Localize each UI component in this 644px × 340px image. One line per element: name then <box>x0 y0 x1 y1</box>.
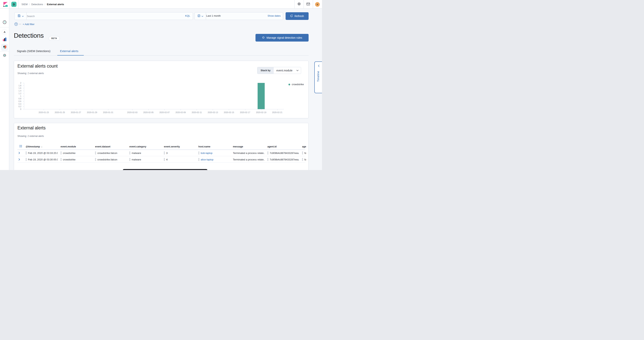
date-quick-menu-button[interactable] <box>195 12 206 20</box>
y-axis-tick-label: 1.4 <box>14 90 21 92</box>
drag-handle[interactable] <box>130 152 130 154</box>
drag-handle[interactable] <box>26 158 27 161</box>
breadcrumb-separator: / <box>29 3 30 6</box>
help-button[interactable] <box>294 0 304 9</box>
x-axis-tick-label: 2020-02-19 <box>256 111 266 114</box>
divider <box>9 0 10 9</box>
breadcrumb-detections[interactable]: Detections <box>31 3 43 6</box>
app-sidebar: A <box>0 9 9 170</box>
add-filter-button[interactable]: + Add filter <box>22 23 34 26</box>
x-axis-tick-label: 2020-01-27 <box>71 111 81 114</box>
refresh-icon <box>290 14 293 18</box>
column-header-age[interactable]: age <box>302 145 306 148</box>
drag-handle[interactable] <box>26 152 27 154</box>
saved-query-menu-button[interactable] <box>14 12 26 20</box>
kibana-logo-icon[interactable] <box>3 1 8 7</box>
drag-handle[interactable] <box>302 158 303 161</box>
drag-handle[interactable] <box>130 158 130 161</box>
chevron-down-icon <box>22 14 24 18</box>
host-name-link[interactable]: alice-laptop <box>201 158 214 161</box>
x-axis-tick-label: 2020-02-09 <box>176 111 186 114</box>
y-axis-tick-label: 0.6 <box>14 100 21 102</box>
drag-handle[interactable] <box>302 152 303 154</box>
x-axis-tick-label: 2020-02-13 <box>208 111 218 114</box>
y-axis-tick-label: 1 <box>14 95 21 97</box>
chevron-down-icon[interactable] <box>296 67 301 74</box>
drag-handle[interactable] <box>164 158 165 161</box>
sidebar-item-recently-viewed[interactable] <box>0 19 9 26</box>
time-range-value[interactable]: Last 1 month <box>206 14 220 17</box>
timeline-tab-label: Timeline <box>316 71 320 82</box>
kql-syntax-button[interactable]: KQL <box>185 14 190 17</box>
user-menu-button[interactable]: e <box>313 0 322 9</box>
gear-icon <box>262 36 265 40</box>
stack-by-select[interactable]: event.module <box>274 67 296 74</box>
page-title: Detections <box>14 32 44 39</box>
refresh-button[interactable]: Refresh <box>286 12 308 20</box>
cell-value: crowdstrike <box>63 158 76 161</box>
newsfeed-button[interactable] <box>304 0 313 9</box>
column-header-event.category[interactable]: event.category <box>130 145 161 148</box>
drag-handle[interactable] <box>164 152 165 154</box>
filter-options-button[interactable] <box>14 22 18 26</box>
column-header-message[interactable]: message <box>233 145 265 148</box>
drag-handle[interactable] <box>268 152 268 154</box>
sidebar-item-apm[interactable]: A <box>0 28 9 36</box>
timeline-flyout-tab[interactable]: Timeline <box>314 61 322 93</box>
count-panel-showing: Showing: 2 external alerts <box>18 72 44 75</box>
count-panel-title: External alerts count <box>18 64 58 69</box>
show-dates-button[interactable]: Show dates <box>268 14 280 17</box>
y-axis-tick <box>23 96 24 96</box>
expand-row-button[interactable] <box>18 158 21 161</box>
manage-rules-button[interactable]: Manage signal detection rules <box>256 34 308 41</box>
expand-row-button[interactable] <box>18 151 21 155</box>
column-header-@timestamp[interactable]: @timestamp↓ <box>26 145 58 148</box>
cell-value: fa <box>304 152 306 155</box>
chart-bar-crowdstrike[interactable] <box>258 83 265 109</box>
sidebar-item-visualize[interactable] <box>0 36 9 43</box>
column-header-event.module[interactable]: event.module <box>60 145 92 148</box>
drag-handle[interactable] <box>198 152 199 154</box>
x-axis-tick <box>180 109 181 110</box>
tab-external-alerts[interactable]: External alerts <box>60 49 78 53</box>
cell-value: malware <box>132 152 141 155</box>
drag-handle[interactable] <box>198 158 199 161</box>
sidebar-item-siem[interactable] <box>0 43 9 51</box>
legend-item-crowdstrike[interactable]: crowdstrike <box>288 83 304 86</box>
column-header-host.name[interactable]: host.name <box>198 145 230 148</box>
space-badge[interactable]: D <box>11 2 16 7</box>
drag-handle[interactable] <box>60 158 62 161</box>
cell-value: crowdstrike <box>63 152 76 155</box>
sidebar-item-management[interactable] <box>0 52 9 60</box>
table-settings-button[interactable] <box>19 145 22 148</box>
legend-color-dot <box>288 84 290 85</box>
y-axis-tick <box>23 99 24 99</box>
chevron-right-icon <box>18 158 20 161</box>
column-header-event.severity[interactable]: event.severity <box>164 145 196 148</box>
column-header-event.dataset[interactable]: event.dataset <box>95 145 127 148</box>
filter-icon <box>14 23 18 26</box>
list-icon <box>19 145 22 148</box>
column-header-agent.id[interactable]: agent.id <box>268 145 300 148</box>
manage-rules-button-label: Manage signal detection rules <box>266 36 302 39</box>
y-axis-tick <box>23 106 24 107</box>
cell-value: 3 <box>166 152 168 155</box>
divider <box>206 12 206 20</box>
divider <box>0 27 9 27</box>
x-axis-tick <box>148 109 148 110</box>
drag-handle[interactable] <box>95 152 96 154</box>
external-alerts-count-panel: External alerts count Showing: 2 externa… <box>14 61 308 118</box>
x-axis-tick <box>60 109 60 110</box>
drag-handle[interactable] <box>60 152 62 154</box>
breadcrumb-siem[interactable]: SIEM <box>22 3 28 6</box>
drag-handle[interactable] <box>268 158 268 161</box>
active-tab-underline <box>57 55 84 55</box>
search-input[interactable] <box>27 13 178 19</box>
tab-signals[interactable]: Signals (SIEM Detections) <box>17 49 50 53</box>
host-name-link[interactable]: bob-laptop <box>201 152 212 155</box>
cell-event.severity: 3 <box>164 151 196 155</box>
stack-by-label: Stack by <box>258 67 274 74</box>
timeline-bottom-bar[interactable] <box>123 169 208 170</box>
drag-handle[interactable] <box>95 158 96 161</box>
y-axis-tick <box>23 93 24 94</box>
